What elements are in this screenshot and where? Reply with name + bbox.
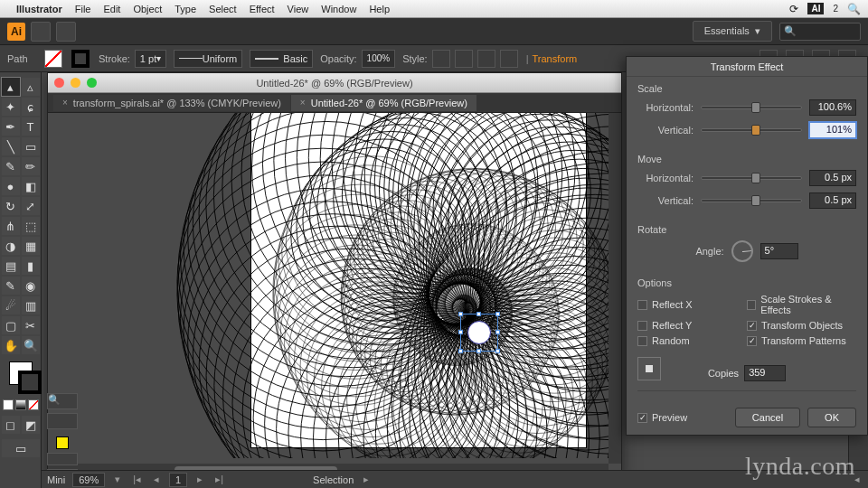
lasso-tool[interactable]: ɕ xyxy=(22,98,40,116)
move-v-slider[interactable] xyxy=(701,199,802,202)
draw-mode-behind[interactable]: ◩ xyxy=(22,416,40,434)
preview-checkbox[interactable]: ✓Preview xyxy=(637,412,687,423)
pencil-tool[interactable]: ✏ xyxy=(22,157,40,175)
last-artboard-icon[interactable]: ▸| xyxy=(212,474,226,485)
opacity-label: Opacity: xyxy=(320,53,356,64)
doc-tab-2[interactable]: ×Untitled-26* @ 69% (RGB/Preview) xyxy=(291,95,476,111)
draw-mode-normal[interactable]: ◻ xyxy=(2,416,20,434)
scale-tool[interactable]: ⤢ xyxy=(22,197,40,215)
menu-view[interactable]: View xyxy=(288,4,309,14)
align-icon[interactable] xyxy=(477,50,495,68)
reference-point-selector[interactable] xyxy=(637,357,661,380)
pen-tool[interactable]: ✒ xyxy=(2,117,20,136)
graphic-style-swatch[interactable] xyxy=(432,50,450,68)
menu-type[interactable]: Type xyxy=(175,4,196,14)
zoom-tool[interactable]: 🔍 xyxy=(22,336,40,354)
menu-edit[interactable]: Edit xyxy=(103,4,120,14)
next-artboard-icon[interactable]: ▸ xyxy=(194,474,205,485)
vertical-scrollbar[interactable] xyxy=(609,113,621,464)
menu-object[interactable]: Object xyxy=(133,4,162,14)
shape-icon[interactable] xyxy=(500,50,518,68)
recolor-icon[interactable] xyxy=(455,50,473,68)
arrange-icon[interactable] xyxy=(56,22,76,42)
scale-h-value[interactable]: 100.6% xyxy=(809,99,856,116)
canvas-viewport[interactable] xyxy=(48,113,609,458)
yellow-swatch[interactable] xyxy=(56,436,69,449)
transform-patterns-option[interactable]: ✓Transform Patterns xyxy=(747,335,856,346)
hand-tool[interactable]: ✋ xyxy=(2,336,20,354)
prev-artboard-icon[interactable]: ◂ xyxy=(151,474,162,485)
move-h-value[interactable]: 0.5 px xyxy=(809,170,856,186)
menu-select[interactable]: Select xyxy=(209,4,237,14)
zoom-field[interactable]: 69% xyxy=(72,473,105,487)
ok-button[interactable]: OK xyxy=(807,408,856,427)
eraser-tool[interactable]: ◧ xyxy=(22,177,40,195)
selection-tool[interactable]: ▴ xyxy=(2,78,20,96)
stroke-swatch[interactable] xyxy=(71,50,90,68)
blend-tool[interactable]: ◉ xyxy=(22,277,40,295)
symbol-sprayer-tool[interactable]: ☄ xyxy=(2,296,20,314)
close-tab-icon[interactable]: × xyxy=(62,98,68,108)
move-v-value[interactable]: 0.5 px xyxy=(809,192,856,209)
random-option[interactable]: Random xyxy=(637,335,747,346)
transform-link[interactable]: Transform xyxy=(533,53,578,64)
reflect-y-option[interactable]: Reflect Y xyxy=(637,320,747,331)
copies-value[interactable]: 359 xyxy=(744,365,786,381)
var-width-profile[interactable]: Basic xyxy=(250,50,313,68)
menu-effect[interactable]: Effect xyxy=(250,4,275,14)
reflect-x-option[interactable]: Reflect X xyxy=(637,294,747,315)
opacity-field[interactable]: 100% xyxy=(362,50,396,68)
scale-v-value[interactable]: 101% xyxy=(809,122,856,138)
fill-swatch[interactable] xyxy=(44,50,62,68)
direct-select-tool[interactable]: ▵ xyxy=(22,78,40,96)
scale-h-slider[interactable] xyxy=(701,106,802,109)
spotlight-icon[interactable]: 🔍 xyxy=(847,3,861,15)
rotate-tool[interactable]: ↻ xyxy=(2,197,20,215)
panel-icon[interactable]: 🔍 xyxy=(47,393,78,409)
move-h-slider[interactable] xyxy=(701,176,802,180)
angle-dial[interactable] xyxy=(731,240,753,262)
shape-builder-tool[interactable]: ◑ xyxy=(2,237,20,255)
cc-icon[interactable]: ⟳ xyxy=(789,3,798,15)
free-transform-tool[interactable]: ⬚ xyxy=(22,217,40,235)
stroke-weight[interactable]: 1 pt ▾ xyxy=(135,50,166,68)
width-tool[interactable]: ⋔ xyxy=(2,217,20,235)
close-tab-icon[interactable]: × xyxy=(300,98,306,108)
screen-mode[interactable]: ▭ xyxy=(2,439,40,457)
scale-v-slider[interactable] xyxy=(701,128,802,132)
eyedropper-tool[interactable]: ✎ xyxy=(2,277,20,295)
gradient-tool[interactable]: ▮ xyxy=(22,257,40,275)
scale-strokes-option[interactable]: Scale Strokes & Effects xyxy=(747,294,856,315)
cancel-button[interactable]: Cancel xyxy=(735,408,800,427)
artboard-tool[interactable]: ▢ xyxy=(2,316,20,334)
first-artboard-icon[interactable]: |◂ xyxy=(130,474,144,485)
workspace-switcher[interactable]: Essentials ▾ xyxy=(693,21,772,42)
panel-icon[interactable] xyxy=(47,413,78,429)
zoom-dropdown-icon[interactable]: ▾ xyxy=(112,474,123,485)
menu-file[interactable]: File xyxy=(75,4,91,14)
transform-objects-option[interactable]: ✓Transform Objects xyxy=(747,320,856,331)
move-heading: Move xyxy=(637,154,856,164)
rectangle-tool[interactable]: ▭ xyxy=(22,137,40,155)
window-titlebar[interactable]: Untitled-26* @ 69% (RGB/Preview) xyxy=(48,73,621,93)
blob-brush-tool[interactable]: ● xyxy=(2,177,20,195)
doc-tab-1[interactable]: ×transform_spirals.ai* @ 133% (CMYK/Prev… xyxy=(53,95,290,111)
selection-bounds[interactable] xyxy=(460,314,498,352)
bridge-icon[interactable] xyxy=(31,22,51,42)
perspective-tool[interactable]: ▦ xyxy=(22,237,40,255)
magic-wand-tool[interactable]: ✦ xyxy=(2,98,20,116)
menu-window[interactable]: Window xyxy=(321,4,356,14)
menu-help[interactable]: Help xyxy=(369,4,390,14)
artboard-number[interactable]: 1 xyxy=(169,473,187,487)
slice-tool[interactable]: ✂ xyxy=(22,316,40,334)
line-tool[interactable]: ╲ xyxy=(2,137,20,155)
brush-definition[interactable]: Uniform xyxy=(174,50,242,68)
type-tool[interactable]: T xyxy=(22,117,40,136)
graph-tool[interactable]: ▥ xyxy=(22,296,40,314)
mesh-tool[interactable]: ▤ xyxy=(2,257,20,275)
app-menu[interactable]: Illustrator xyxy=(16,4,62,14)
help-search[interactable]: 🔍 xyxy=(779,23,861,41)
angle-value[interactable]: 5° xyxy=(760,243,798,259)
panel-icon[interactable] xyxy=(47,453,78,465)
paintbrush-tool[interactable]: ✎ xyxy=(2,157,20,175)
